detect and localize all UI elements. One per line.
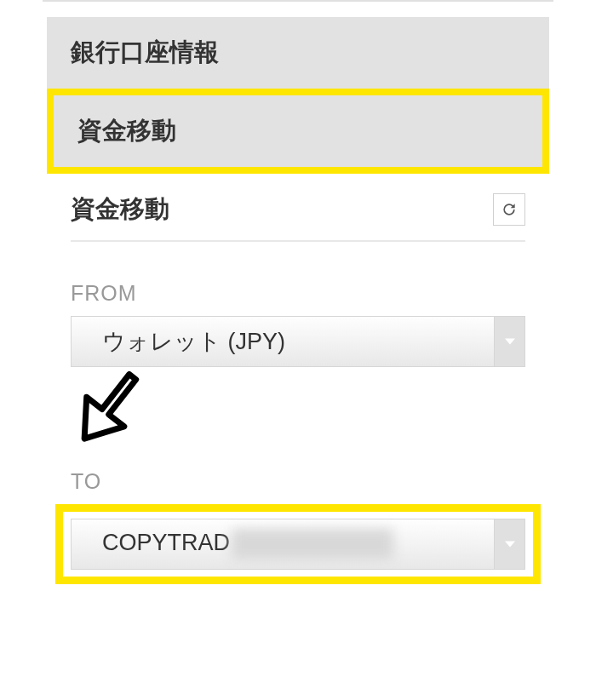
from-dropdown[interactable]: ウォレット (JPY): [71, 316, 525, 367]
transfer-card: 銀行口座情報 資金移動 資金移動 FROM ウォレット (JPY) TO: [47, 17, 549, 584]
to-highlight: COPYTRAD: [55, 504, 541, 584]
to-dropdown[interactable]: COPYTRAD: [71, 519, 525, 570]
to-dropdown-value: COPYTRAD: [102, 529, 393, 559]
tab-transfer-label: 資金移動: [77, 117, 176, 144]
tab-bank-info-label: 銀行口座情報: [71, 38, 219, 66]
refresh-button[interactable]: [493, 193, 525, 226]
to-dropdown-value-text: COPYTRAD: [102, 530, 230, 555]
tab-transfer[interactable]: 資金移動: [47, 89, 549, 174]
from-label: FROM: [71, 281, 525, 306]
tab-bank-info[interactable]: 銀行口座情報: [47, 17, 549, 89]
to-label: TO: [71, 469, 525, 494]
arrow-annotation-icon: [55, 359, 158, 462]
redacted-text: [232, 529, 393, 559]
from-dropdown-value: ウォレット (JPY): [102, 326, 285, 357]
panel-title: 資金移動: [71, 192, 169, 227]
transfer-panel: 資金移動 FROM ウォレット (JPY) TO COPYTRAD: [47, 174, 549, 584]
from-dropdown-button[interactable]: [494, 317, 524, 366]
chevron-down-icon: [505, 336, 515, 347]
divider: [43, 0, 553, 2]
chevron-down-icon: [505, 539, 515, 549]
refresh-icon: [501, 201, 518, 218]
to-dropdown-button[interactable]: [494, 519, 524, 569]
